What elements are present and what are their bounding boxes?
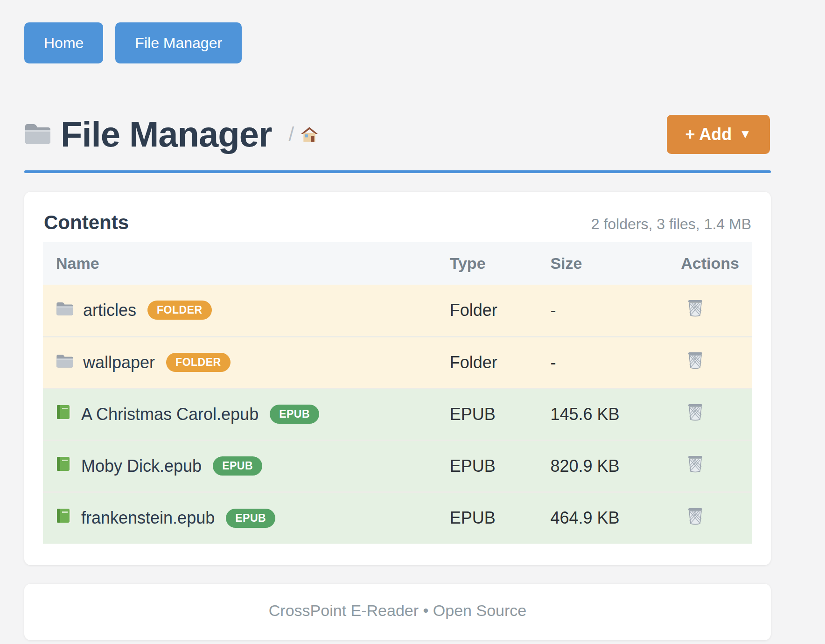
type-badge: FOLDER	[147, 301, 212, 320]
delete-button[interactable]	[687, 507, 703, 527]
column-header-type: Type	[437, 242, 538, 285]
trash-icon	[687, 507, 703, 527]
table-row: Moby Dick.epub EPUB EPUB 820.9 KB	[43, 440, 752, 492]
top-nav: Home File Manager	[24, 22, 771, 63]
type-badge: EPUB	[226, 509, 275, 528]
size-cell: 464.9 KB	[537, 492, 668, 544]
column-header-actions: Actions	[668, 242, 752, 285]
contents-card: Contents 2 folders, 3 files, 1.4 MB Name…	[24, 192, 771, 565]
footer: CrossPoint E-Reader • Open Source	[24, 584, 771, 640]
file-name-link[interactable]: Moby Dick.epub	[81, 456, 202, 476]
trash-icon	[687, 455, 703, 475]
contents-summary: 2 folders, 3 files, 1.4 MB	[591, 216, 751, 233]
delete-button[interactable]	[687, 351, 703, 371]
type-badge: EPUB	[213, 456, 262, 476]
trash-icon	[687, 403, 703, 423]
file-manager-page: Home File Manager File Manager / + Add ▼…	[0, 0, 771, 640]
table-row: wallpaper FOLDER Folder -	[43, 336, 752, 388]
breadcrumb-separator: /	[289, 123, 294, 146]
file-name-link[interactable]: wallpaper	[83, 353, 155, 372]
trash-icon	[687, 299, 703, 319]
add-button[interactable]: + Add ▼	[667, 115, 770, 154]
table-row: A Christmas Carol.epub EPUB EPUB 145.6 K…	[43, 388, 752, 440]
file-manager-button[interactable]: File Manager	[115, 22, 242, 63]
type-cell: EPUB	[437, 440, 538, 492]
type-cell: Folder	[437, 285, 538, 336]
size-cell: 820.9 KB	[537, 440, 668, 492]
header-divider	[24, 170, 771, 173]
green-book-icon	[56, 508, 72, 528]
folder-icon	[56, 301, 74, 320]
house-icon[interactable]	[301, 126, 318, 143]
table-row: frankenstein.epub EPUB EPUB 464.9 KB	[43, 492, 752, 544]
size-cell: -	[537, 336, 668, 388]
page-header: File Manager / + Add ▼	[24, 114, 771, 154]
green-book-icon	[56, 404, 72, 425]
column-header-name: Name	[43, 242, 437, 285]
file-name-link[interactable]: articles	[83, 301, 136, 320]
add-button-label: + Add	[685, 125, 732, 144]
home-button[interactable]: Home	[24, 22, 103, 63]
delete-button[interactable]	[687, 455, 703, 475]
size-cell: -	[537, 285, 668, 336]
folder-icon	[24, 122, 51, 147]
size-cell: 145.6 KB	[537, 388, 668, 440]
page-title: File Manager	[61, 114, 272, 154]
column-header-size: Size	[537, 242, 668, 285]
type-badge: FOLDER	[166, 353, 231, 372]
footer-text: CrossPoint E-Reader • Open Source	[269, 602, 526, 619]
chevron-down-icon: ▼	[739, 127, 751, 141]
file-table: Name Type Size Actions articles FOLDER	[43, 242, 752, 544]
delete-button[interactable]	[687, 403, 703, 423]
type-cell: EPUB	[437, 388, 538, 440]
delete-button[interactable]	[687, 299, 703, 319]
type-badge: EPUB	[270, 405, 319, 424]
type-cell: EPUB	[437, 492, 538, 544]
type-cell: Folder	[437, 336, 538, 388]
table-row: articles FOLDER Folder -	[43, 285, 752, 336]
green-book-icon	[56, 456, 72, 476]
file-name-link[interactable]: A Christmas Carol.epub	[81, 405, 259, 424]
folder-icon	[56, 353, 74, 372]
table-header-row: Name Type Size Actions	[43, 242, 752, 285]
trash-icon	[687, 351, 703, 371]
file-name-link[interactable]: frankenstein.epub	[81, 508, 215, 528]
contents-heading: Contents	[44, 211, 129, 234]
